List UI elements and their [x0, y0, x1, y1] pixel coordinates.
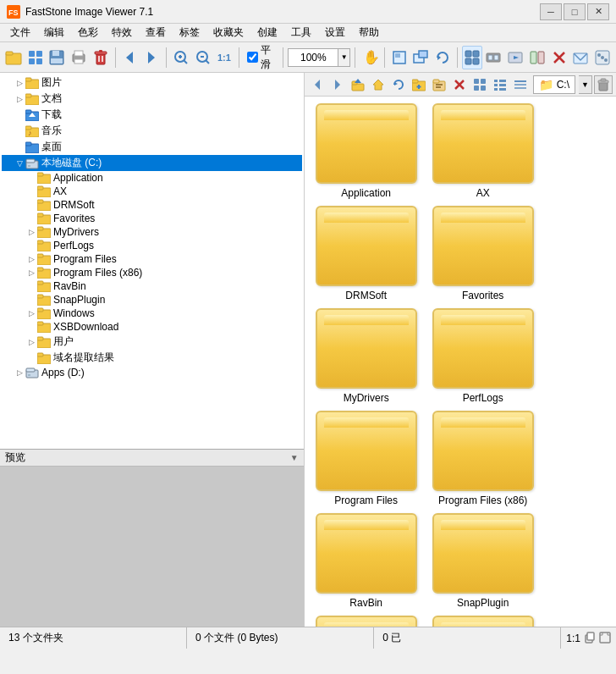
- grid-view-button[interactable]: [470, 75, 489, 94]
- preview-collapse-button[interactable]: ▼: [290, 453, 299, 462]
- tree-item-domain-results[interactable]: ▷ 域名提取结果: [2, 350, 302, 366]
- menu-color[interactable]: 色彩: [71, 24, 105, 41]
- zoom-in-button[interactable]: [171, 46, 191, 69]
- zoom-dropdown-button[interactable]: ▼: [338, 48, 350, 67]
- tree-item-users[interactable]: ▷ 用户: [2, 334, 302, 350]
- smooth-checkbox[interactable]: [247, 52, 258, 63]
- tree-item-mydrivers[interactable]: ▷ MyDrivers: [2, 225, 302, 239]
- open-folder-button[interactable]: [3, 46, 24, 69]
- thumb-item[interactable]: RavBin: [311, 513, 421, 609]
- tree-item-desktop[interactable]: ▷ 桌面: [2, 139, 302, 155]
- hand-tool-button[interactable]: ✋: [360, 46, 380, 69]
- expander-windows[interactable]: ▷: [25, 307, 37, 319]
- tree-item-apps-d[interactable]: ▷ Apps (D:): [2, 366, 302, 379]
- tree-item-music[interactable]: ▷ ♪ 音乐: [2, 123, 302, 139]
- expander-local-disk-c[interactable]: ▽: [14, 157, 25, 169]
- email-button[interactable]: [571, 46, 591, 69]
- tree-item-ax[interactable]: ▷ AX: [2, 185, 302, 198]
- slideshow-button[interactable]: [505, 46, 525, 69]
- nav-back-button[interactable]: [120, 46, 140, 69]
- delete-file-button[interactable]: [549, 46, 569, 69]
- thumb-item[interactable]: MyDrivers: [311, 308, 421, 404]
- options-button[interactable]: [592, 46, 613, 69]
- maximize-button[interactable]: □: [564, 3, 586, 20]
- smooth-label[interactable]: 平滑: [261, 43, 275, 72]
- tree-item-snapplugin[interactable]: ▷ SnapPlugin: [2, 293, 302, 307]
- browse-button[interactable]: [25, 46, 46, 69]
- thumbnail-grid[interactable]: ApplicationAXDRMSoftFavoritesMyDriversPe…: [305, 97, 616, 627]
- menu-tags[interactable]: 标签: [173, 24, 206, 41]
- tree-item-application[interactable]: ▷ Application: [2, 171, 302, 185]
- thumb-item[interactable]: XSBDownload: [428, 616, 538, 627]
- thumb-item[interactable]: DRMSoft: [311, 206, 421, 301]
- tree-label-drmsoft: DRMSoft: [53, 199, 95, 211]
- details-view-button[interactable]: [511, 75, 530, 94]
- tree-item-ravbin[interactable]: ▷ RavBin: [2, 279, 302, 293]
- resize-button[interactable]: [411, 46, 432, 69]
- expander-pictures[interactable]: ▷: [14, 77, 25, 89]
- tree-item-drmsoft[interactable]: ▷ DRMSoft: [2, 198, 302, 212]
- tree-item-favorites[interactable]: ▷ Favorites: [2, 212, 302, 225]
- up-dir-button[interactable]: [349, 75, 367, 94]
- tree-item-pictures[interactable]: ▷ 图片: [2, 75, 302, 91]
- expander-mydrivers[interactable]: ▷: [25, 226, 37, 238]
- tree-item-xsbdownload[interactable]: ▷ XSBDownload: [2, 320, 302, 334]
- menu-help[interactable]: 帮助: [352, 24, 386, 41]
- expander-apps-d[interactable]: ▷: [14, 367, 25, 378]
- close-button[interactable]: ✕: [587, 3, 609, 20]
- window-controls: ─ □ ✕: [540, 3, 609, 20]
- thumb-item[interactable]: Program Files: [311, 411, 421, 506]
- print-button[interactable]: [69, 46, 89, 69]
- status-fullscreen-button[interactable]: [599, 632, 611, 645]
- nav-next-button[interactable]: [328, 75, 347, 94]
- thumb-item[interactable]: PerfLogs: [428, 308, 538, 404]
- delete-selected-button[interactable]: [450, 75, 469, 94]
- thumbnail-view-button[interactable]: [462, 46, 482, 69]
- zoom-out-button[interactable]: [193, 46, 213, 69]
- tree-item-downloads[interactable]: ▷ 下载: [2, 107, 302, 123]
- save-button[interactable]: [47, 46, 68, 69]
- expander-program-files-x86[interactable]: ▷: [25, 267, 37, 279]
- compare-button[interactable]: [527, 46, 547, 69]
- menu-effects[interactable]: 特效: [105, 24, 139, 41]
- thumb-item[interactable]: SnapPlugin: [428, 513, 538, 609]
- tree-item-local-disk-c[interactable]: ▽ 本地磁盘 (C:): [2, 155, 302, 171]
- list-view-button[interactable]: [491, 75, 509, 94]
- delete-button[interactable]: [91, 46, 111, 69]
- tree-item-program-files-x86[interactable]: ▷ Program Files (x86): [2, 266, 302, 279]
- refresh-button[interactable]: [389, 75, 408, 94]
- tree-item-program-files[interactable]: ▷ Program Files: [2, 252, 302, 266]
- actual-size-button[interactable]: 1:1: [214, 46, 234, 69]
- tree-item-windows[interactable]: ▷ Windows: [2, 307, 302, 320]
- expander-program-files[interactable]: ▷: [25, 253, 37, 265]
- thumb-item[interactable]: Favorites: [428, 206, 538, 301]
- crop-button[interactable]: [389, 46, 410, 69]
- folder-tree[interactable]: ▷ 图片 ▷ 文档 ▷: [0, 73, 304, 449]
- thumb-item[interactable]: Windows: [311, 616, 421, 627]
- menu-view[interactable]: 查看: [139, 24, 173, 41]
- menu-edit[interactable]: 编辑: [37, 24, 71, 41]
- sort-button[interactable]: [430, 75, 448, 94]
- expander-documents[interactable]: ▷: [14, 93, 25, 105]
- menu-file[interactable]: 文件: [3, 24, 37, 41]
- trash-button[interactable]: [594, 75, 613, 94]
- path-dropdown-button[interactable]: ▼: [579, 75, 592, 94]
- expander-users[interactable]: ▷: [25, 336, 37, 348]
- nav-prev-button[interactable]: [308, 75, 327, 94]
- menu-create[interactable]: 创建: [250, 24, 284, 41]
- status-copy-button[interactable]: [584, 632, 596, 645]
- nav-forward-button[interactable]: [141, 46, 162, 69]
- thumb-item[interactable]: Program Files (x86): [428, 411, 538, 506]
- menu-settings[interactable]: 设置: [318, 24, 352, 41]
- filmstrip-view-button[interactable]: [484, 46, 504, 69]
- thumb-item[interactable]: Application: [311, 103, 421, 199]
- rotate-button[interactable]: [432, 46, 453, 69]
- menu-favorites[interactable]: 收藏夹: [206, 24, 250, 41]
- home-button[interactable]: [369, 75, 388, 94]
- tree-item-perflogs[interactable]: ▷ PerfLogs: [2, 239, 302, 252]
- tree-item-documents[interactable]: ▷ 文档: [2, 91, 302, 107]
- menu-tools[interactable]: 工具: [284, 24, 318, 41]
- minimize-button[interactable]: ─: [540, 3, 562, 20]
- thumb-item[interactable]: AX: [428, 103, 538, 199]
- new-folder-button[interactable]: [410, 75, 428, 94]
